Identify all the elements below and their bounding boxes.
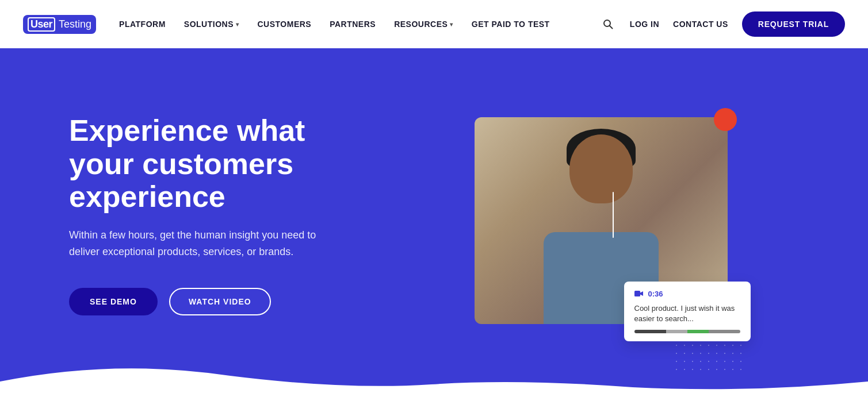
resources-chevron-icon: ▾ <box>450 21 453 28</box>
logo-testing: Testing <box>59 18 91 30</box>
transcript-timestamp: 0:36 <box>648 290 663 298</box>
svg-line-1 <box>609 26 612 29</box>
nav-right: LOG IN CONTACT US REQUEST TRIAL <box>600 11 845 37</box>
logo[interactable]: User Testing <box>23 15 96 34</box>
svg-rect-2 <box>634 291 640 296</box>
search-button[interactable] <box>600 16 616 32</box>
video-container: 0:36 Cool product. I just wish it was ea… <box>475 117 728 324</box>
person-head <box>569 134 633 203</box>
hero-content-right: 0:36 Cool product. I just wish it was ea… <box>368 106 833 324</box>
watch-video-button[interactable]: WATCH VIDEO <box>169 288 271 315</box>
login-link[interactable]: LOG IN <box>630 20 659 29</box>
video-clip-icon <box>634 290 644 299</box>
nav-get-paid[interactable]: GET PAID TO TEST <box>472 20 550 29</box>
hero-headline: Experience what your customers experienc… <box>69 114 368 213</box>
contact-link[interactable]: CONTACT US <box>673 20 728 29</box>
transcript-header: 0:36 <box>634 290 740 299</box>
nav-partners[interactable]: PARTNERS <box>330 20 376 29</box>
hero-subtext: Within a few hours, get the human insigh… <box>69 227 322 260</box>
hero-buttons: SEE DEMO WATCH VIDEO <box>69 288 368 315</box>
nav-resources[interactable]: RESOURCES ▾ <box>394 20 453 29</box>
search-icon <box>602 18 614 30</box>
hero-wave <box>0 364 868 393</box>
solutions-chevron-icon: ▾ <box>236 21 239 28</box>
logo-user: User <box>28 17 55 32</box>
hero-content-left: Experience what your customers experienc… <box>69 114 368 315</box>
transcript-quote: Cool product. I just wish it was easier … <box>634 303 740 324</box>
transcript-popup: 0:36 Cool product. I just wish it was ea… <box>624 282 751 341</box>
earbuds-wire <box>613 192 614 238</box>
nav-customers[interactable]: CUSTOMERS <box>257 20 311 29</box>
request-trial-button[interactable]: REQUEST TRIAL <box>742 11 845 37</box>
nav-platform[interactable]: PLATFORM <box>119 20 166 29</box>
nav-solutions[interactable]: SOLUTIONS ▾ <box>184 20 239 29</box>
navbar: User Testing PLATFORM SOLUTIONS ▾ CUSTOM… <box>0 0 868 48</box>
transcript-waveform <box>634 330 740 333</box>
record-indicator <box>714 108 737 131</box>
hero-section: Experience what your customers experienc… <box>0 48 868 393</box>
nav-links: PLATFORM SOLUTIONS ▾ CUSTOMERS PARTNERS … <box>119 20 600 29</box>
see-demo-button[interactable]: SEE DEMO <box>69 288 158 315</box>
